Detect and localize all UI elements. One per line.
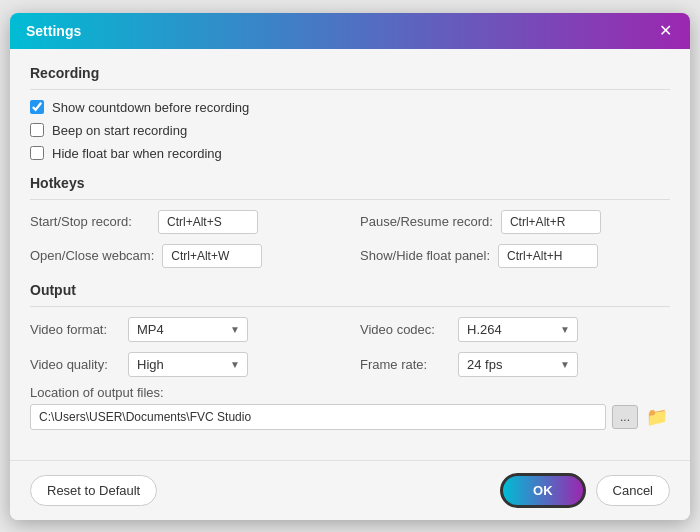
output-row-format: Video format: MP4 AVI MOV WMV ▼ — [30, 317, 340, 342]
hotkeys-section-title: Hotkeys — [30, 175, 670, 191]
beep-on-start-checkbox[interactable] — [30, 123, 44, 137]
location-input[interactable] — [30, 404, 606, 430]
location-input-row: ... 📁 — [30, 404, 670, 430]
recording-section: Recording Show countdown before recordin… — [30, 65, 670, 161]
checkbox-row-show-countdown: Show countdown before recording — [30, 100, 670, 115]
browse-button[interactable]: ... — [612, 405, 638, 429]
quality-select[interactable]: High Medium Low — [128, 352, 248, 377]
codec-select[interactable]: H.264 H.265 MPEG-4 — [458, 317, 578, 342]
ok-button[interactable]: OK — [500, 473, 586, 508]
hotkey-label-pause-resume: Pause/Resume record: — [360, 214, 493, 229]
checkbox-row-hide-float: Hide float bar when recording — [30, 146, 670, 161]
beep-on-start-label: Beep on start recording — [52, 123, 187, 138]
hide-float-bar-label: Hide float bar when recording — [52, 146, 222, 161]
output-row-quality: Video quality: High Medium Low ▼ — [30, 352, 340, 377]
hotkey-label-start-stop: Start/Stop record: — [30, 214, 150, 229]
folder-icon-button[interactable]: 📁 — [644, 406, 670, 428]
hotkey-row-webcam: Open/Close webcam: — [30, 244, 340, 268]
output-row-codec: Video codec: H.264 H.265 MPEG-4 ▼ — [360, 317, 670, 342]
title-bar: Settings ✕ — [10, 13, 690, 49]
framerate-label: Frame rate: — [360, 357, 450, 372]
output-section-title: Output — [30, 282, 670, 298]
hotkey-label-float-panel: Show/Hide float panel: — [360, 248, 490, 263]
format-select[interactable]: MP4 AVI MOV WMV — [128, 317, 248, 342]
output-row-framerate: Frame rate: 24 fps 30 fps 60 fps ▼ — [360, 352, 670, 377]
hotkeys-section: Hotkeys Start/Stop record: Pause/Resume … — [30, 175, 670, 268]
hotkey-input-webcam[interactable] — [162, 244, 262, 268]
folder-icon: 📁 — [646, 407, 668, 427]
show-countdown-label: Show countdown before recording — [52, 100, 249, 115]
hotkey-row-float-panel: Show/Hide float panel: — [360, 244, 670, 268]
footer: Reset to Default OK Cancel — [10, 460, 690, 520]
reset-to-default-button[interactable]: Reset to Default — [30, 475, 157, 506]
hotkey-input-start-stop[interactable] — [158, 210, 258, 234]
recording-section-title: Recording — [30, 65, 670, 81]
codec-label: Video codec: — [360, 322, 450, 337]
cancel-button[interactable]: Cancel — [596, 475, 670, 506]
checkbox-row-beep: Beep on start recording — [30, 123, 670, 138]
show-countdown-checkbox[interactable] — [30, 100, 44, 114]
codec-select-wrapper: H.264 H.265 MPEG-4 ▼ — [458, 317, 578, 342]
framerate-select-wrapper: 24 fps 30 fps 60 fps ▼ — [458, 352, 578, 377]
hotkeys-grid: Start/Stop record: Pause/Resume record: … — [30, 210, 670, 268]
hotkey-input-float-panel[interactable] — [498, 244, 598, 268]
hotkey-row-start-stop: Start/Stop record: — [30, 210, 340, 234]
hotkey-label-webcam: Open/Close webcam: — [30, 248, 154, 263]
quality-select-wrapper: High Medium Low ▼ — [128, 352, 248, 377]
format-select-wrapper: MP4 AVI MOV WMV ▼ — [128, 317, 248, 342]
quality-label: Video quality: — [30, 357, 120, 372]
format-label: Video format: — [30, 322, 120, 337]
close-button[interactable]: ✕ — [657, 23, 674, 39]
dialog-content: Recording Show countdown before recordin… — [10, 49, 690, 460]
settings-dialog: Settings ✕ Recording Show countdown befo… — [10, 13, 690, 520]
hide-float-bar-checkbox[interactable] — [30, 146, 44, 160]
location-row: Location of output files: ... 📁 — [30, 385, 670, 430]
hotkey-row-pause-resume: Pause/Resume record: — [360, 210, 670, 234]
framerate-select[interactable]: 24 fps 30 fps 60 fps — [458, 352, 578, 377]
output-grid: Video format: MP4 AVI MOV WMV ▼ Video co… — [30, 317, 670, 377]
location-label: Location of output files: — [30, 385, 670, 400]
footer-right: OK Cancel — [500, 473, 670, 508]
output-section: Output Video format: MP4 AVI MOV WMV ▼ — [30, 282, 670, 430]
hotkey-input-pause-resume[interactable] — [501, 210, 601, 234]
dialog-title: Settings — [26, 23, 81, 39]
